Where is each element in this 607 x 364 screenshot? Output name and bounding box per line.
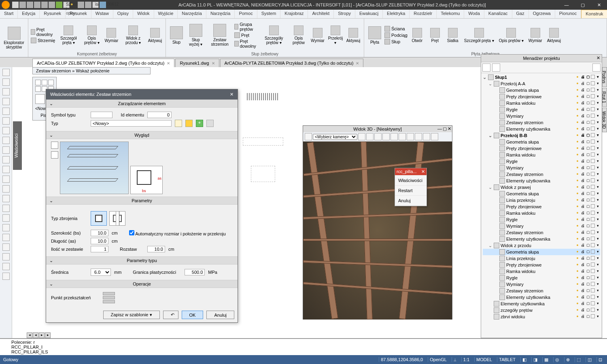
ribbon-beam[interactable]: Podciąg (384, 32, 407, 38)
menu-item[interactable]: Pomoc (235, 10, 257, 18)
menu-item[interactable]: Edycja (18, 10, 40, 18)
ctx-restart[interactable]: Restart (395, 186, 427, 196)
qat-icon[interactable] (56, 2, 62, 8)
stirrup-set-button[interactable]: Zestaw strzemion (207, 19, 233, 51)
properties-side-tab[interactable]: Właściwości (13, 121, 22, 170)
section-operations[interactable]: Operacje (46, 280, 238, 288)
add-icon[interactable]: + (196, 120, 203, 127)
menu-item[interactable]: Widok (133, 10, 154, 18)
tree-row[interactable]: Zestawy strzemion●🖨▢▾ (483, 288, 600, 294)
qat-icon[interactable] (12, 2, 19, 8)
menu-item[interactable]: Opisy (113, 10, 133, 18)
menu-item[interactable]: Kanalizac (484, 10, 512, 18)
menu-item[interactable]: Krajobraz (280, 10, 308, 18)
tree-row[interactable]: Pręty zbrojeniowe●🖨▢▾ (483, 203, 600, 210)
tree-row[interactable]: Zestawy strzemion●🖨▢▾ (483, 119, 600, 126)
rebar-type-double[interactable] (109, 211, 125, 226)
tool-icon[interactable] (2, 117, 10, 125)
menu-item[interactable]: Elektryka (383, 10, 410, 18)
project-tree[interactable]: ⌄Słup1●🖨▢▾⌄Przekrój A-A●🖨▢▾Geometria słu… (481, 73, 602, 336)
rebar-detail-button[interactable]: Szczegół pręta ▾ (57, 19, 80, 51)
tree-row[interactable]: Elementy użytkownika●🖨▢▾ (483, 178, 600, 184)
tool-icon[interactable] (2, 273, 10, 280)
rebar-type-single[interactable] (91, 211, 107, 226)
tree-row[interactable]: Wymiary●🖨▢▾ (483, 281, 600, 288)
view3d-canvas[interactable] (303, 142, 452, 320)
tool-icon[interactable] (2, 146, 10, 154)
type-input[interactable] (91, 120, 172, 127)
tool-icon[interactable] (2, 214, 10, 222)
qat-icon[interactable] (34, 2, 40, 8)
status-icon[interactable]: ⊕ (564, 357, 571, 362)
dim-button[interactable]: Wymiar (527, 19, 544, 51)
menu-item[interactable]: Woda (464, 10, 484, 18)
close-icon[interactable]: ✕ (167, 61, 170, 66)
status-tablet[interactable]: TABLET (497, 357, 517, 362)
menu-item[interactable]: Konstruk (581, 10, 607, 18)
tree-row[interactable]: Geometria słupa●🖨▢▾ (483, 249, 600, 255)
scroll-arrows[interactable]: ◂◂▸▸ (27, 332, 51, 338)
status-icon[interactable]: ◫ (586, 357, 593, 362)
status-model[interactable]: MODEL (474, 357, 494, 362)
undo-button[interactable]: ↶ (163, 311, 178, 319)
auto-checkbox[interactable] (129, 230, 134, 235)
diameter-select[interactable]: 6.0 (91, 269, 111, 276)
status-opengl[interactable]: OpenGL (428, 357, 448, 362)
tool-icon[interactable] (2, 263, 10, 270)
tree-row[interactable]: Ramka widoku●🖨▢▾ (483, 210, 600, 216)
qat-combo[interactable]: Szkicowanie i opisy (63, 2, 70, 8)
width-input[interactable] (91, 230, 108, 236)
slider-icon[interactable] (103, 300, 115, 303)
camera-icon[interactable] (51, 142, 58, 149)
menu-item[interactable]: Start (0, 10, 18, 18)
slab-button[interactable]: Płyta (367, 19, 383, 51)
slider-icon[interactable] (103, 296, 115, 299)
qat-icon[interactable] (19, 2, 26, 8)
tool-icon[interactable] (2, 234, 10, 241)
ctx-properties[interactable]: Właściwości (395, 176, 427, 186)
tree-row[interactable]: Geometria słupa●🖨▢▾ (483, 87, 600, 93)
section-management[interactable]: Zarządzanie elementem (46, 99, 238, 108)
minimize-button[interactable]: — (558, 0, 575, 10)
tree-row[interactable]: zczegóły prętów●🖨▢▾ (483, 307, 600, 313)
section-parameters[interactable]: Parametry (46, 197, 238, 205)
qat-icon[interactable] (49, 2, 55, 8)
menu-item[interactable]: Narzędzia (178, 10, 206, 18)
bar-button[interactable]: Pręt (427, 19, 443, 51)
tool-icon[interactable] (2, 224, 10, 231)
ribbon-stirrup[interactable]: Strzemię (31, 38, 55, 43)
frontview-button[interactable]: Widok z przodu ▾ (121, 19, 145, 51)
bar-detail-button[interactable]: Szczegół pręta ▾ (463, 19, 496, 51)
symbol-input[interactable] (91, 112, 112, 118)
dim-button[interactable]: Wymiar (103, 19, 119, 51)
qat-icon[interactable] (41, 2, 48, 8)
section-type-params[interactable]: Parametry typu (46, 256, 238, 265)
tree-row[interactable]: ⌄Słup1●🖨▢▾ (483, 74, 600, 80)
close-icon[interactable]: ✕ (596, 55, 600, 61)
activate-button[interactable]: Aktywuj (147, 19, 163, 51)
tree-row[interactable]: ⌄Przekrój A-A●🖨▢▾ (483, 80, 600, 87)
column-button[interactable]: Słup (168, 19, 185, 51)
ribbon-group-bars[interactable]: Grupa prętów (234, 22, 258, 32)
right-tab[interactable]: Rzut 1 (602, 88, 607, 107)
tree-row[interactable]: Zestawy strzemion●🖨▢▾ (483, 171, 600, 178)
status-icon[interactable]: ⬚ (575, 357, 582, 362)
scripts-explorer-button[interactable]: Eksplorator skryptów (2, 19, 25, 56)
tree-row[interactable]: Geometria słupa●🖨▢▾ (483, 139, 600, 145)
tree-row[interactable]: Pręty zbrojeniowe●🖨▢▾ (483, 93, 600, 100)
copy-icon[interactable] (51, 151, 58, 159)
tree-row[interactable]: Ramka widoku●🖨▢▾ (483, 100, 600, 106)
tree-row[interactable]: ⌄Widok z prawej●🖨▢▾ (483, 184, 600, 190)
tree-row[interactable]: Ramka widoku●🖨▢▾ (483, 152, 600, 158)
bar-details-button[interactable]: Szczegóły prętów ▾ (260, 19, 288, 51)
menu-item[interactable]: Piorunoc (555, 10, 581, 18)
ribbon-bar-any[interactable]: Pręt dowolny (234, 39, 258, 49)
status-axes-icon[interactable]: ⟂ (452, 357, 458, 362)
v3-tool-icon[interactable] (407, 133, 414, 140)
tool-icon[interactable] (2, 137, 10, 144)
length-input[interactable] (91, 238, 108, 244)
pm-tool-icon[interactable] (492, 63, 500, 72)
pm-filter-icon[interactable] (592, 63, 601, 72)
status-icon[interactable]: ◧ (520, 357, 528, 362)
tree-row[interactable]: Zestawy strzemion●🖨▢▾ (483, 229, 600, 236)
